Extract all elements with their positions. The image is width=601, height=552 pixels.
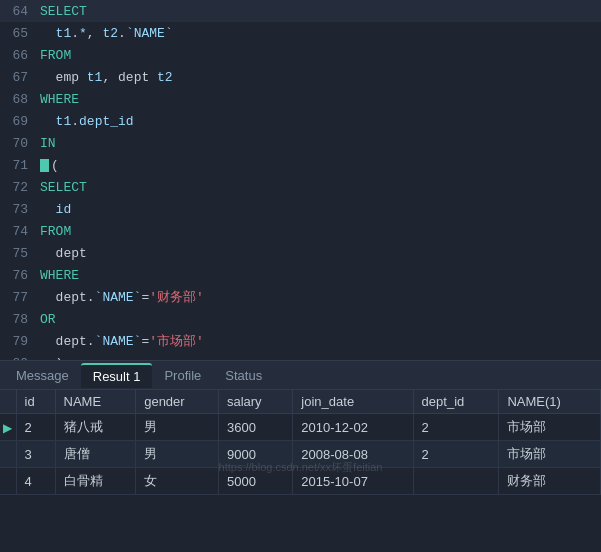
- table-row[interactable]: ▶ 2 猪八戒 男 3600 2010-12-02 2 市场部: [0, 414, 601, 441]
- code-line-77: 77 dept.`NAME`='财务部': [0, 286, 601, 308]
- code-line-80: 80 ): [0, 352, 601, 360]
- col-header-salary: salary: [218, 390, 292, 414]
- cell-gender: 男: [136, 414, 219, 441]
- col-header-gender: gender: [136, 390, 219, 414]
- col-header-name1: NAME(1): [499, 390, 601, 414]
- tab-profile[interactable]: Profile: [152, 364, 213, 387]
- code-line-71: 71 (: [0, 154, 601, 176]
- code-line-73: 73 id: [0, 198, 601, 220]
- row-indicator: ▶: [0, 414, 16, 441]
- cell-join-date: 2010-12-02: [293, 414, 413, 441]
- code-line-65: 65 t1.*, t2.`NAME`: [0, 22, 601, 44]
- code-line-72: 72 SELECT: [0, 176, 601, 198]
- tab-result1[interactable]: Result 1: [81, 363, 153, 388]
- code-line-70: 70 IN: [0, 132, 601, 154]
- col-header-dept-id: dept_id: [413, 390, 499, 414]
- code-line-66: 66 FROM: [0, 44, 601, 66]
- col-header-name: NAME: [55, 390, 136, 414]
- code-line-78: 78 OR: [0, 308, 601, 330]
- cell-id: 2: [16, 414, 55, 441]
- code-line-67: 67 emp t1, dept t2: [0, 66, 601, 88]
- code-line-76: 76 WHERE: [0, 264, 601, 286]
- col-header-id: id: [16, 390, 55, 414]
- table-header-row: id NAME gender salary join_date dept_id …: [0, 390, 601, 414]
- code-line-75: 75 dept: [0, 242, 601, 264]
- cell-name1: 市场部: [499, 414, 601, 441]
- results-area: id NAME gender salary join_date dept_id …: [0, 390, 601, 495]
- code-line-69: 69 t1.dept_id: [0, 110, 601, 132]
- col-header-indicator: [0, 390, 16, 414]
- code-line-74: 74 FROM: [0, 220, 601, 242]
- cell-name: 猪八戒: [55, 414, 136, 441]
- results-table: id NAME gender salary join_date dept_id …: [0, 390, 601, 495]
- col-header-join-date: join_date: [293, 390, 413, 414]
- code-line-79: 79 dept.`NAME`='市场部': [0, 330, 601, 352]
- code-line-68: 68 WHERE: [0, 88, 601, 110]
- tab-message[interactable]: Message: [4, 364, 81, 387]
- watermark: https://blog.csdn.net/xx坏蛋feitian: [0, 460, 601, 475]
- tab-bar: Message Result 1 Profile Status: [0, 360, 601, 390]
- cell-salary: 3600: [218, 414, 292, 441]
- code-line-64: 64 SELECT: [0, 0, 601, 22]
- code-editor: 64 SELECT 65 t1.*, t2.`NAME` 66 FROM 67 …: [0, 0, 601, 360]
- results-wrapper: id NAME gender salary join_date dept_id …: [0, 390, 601, 495]
- cell-dept-id: 2: [413, 414, 499, 441]
- tab-status[interactable]: Status: [213, 364, 274, 387]
